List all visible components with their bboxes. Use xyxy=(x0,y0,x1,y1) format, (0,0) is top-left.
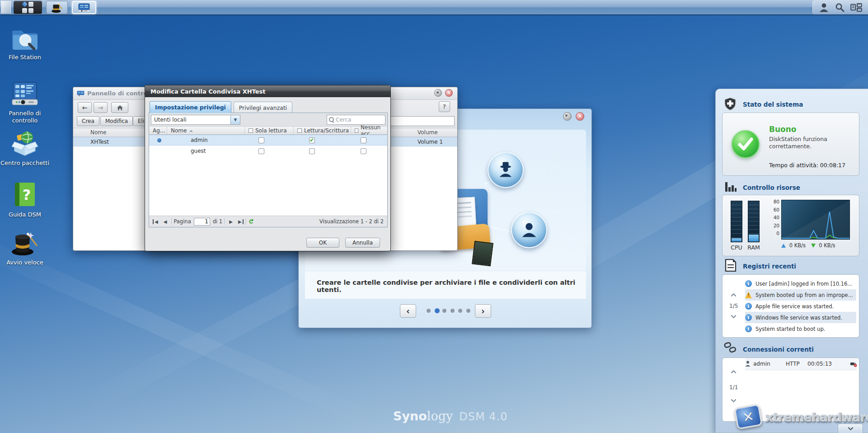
desktop-icon-label: Avvio veloce xyxy=(0,259,50,266)
info-icon: i xyxy=(745,314,752,321)
column-volume[interactable]: Volume xyxy=(418,129,438,136)
carousel-dot[interactable] xyxy=(458,309,462,313)
ram-label: RAM xyxy=(746,244,761,251)
log-entry[interactable]: i User [admin] logged in from [10.16... xyxy=(745,278,856,289)
close-button[interactable]: ✕ xyxy=(445,89,453,97)
desktop-icon-quick-start[interactable]: Avvio veloce xyxy=(0,231,50,266)
next-page-button[interactable]: ▶ xyxy=(226,219,235,224)
xtremehardware-logo-icon: ✕ xyxy=(734,404,762,430)
tab-label: Privilegi avanzati xyxy=(239,104,287,111)
minimize-button[interactable] xyxy=(563,112,572,121)
edit-button[interactable]: Modifica xyxy=(100,116,133,126)
connections-page-up-button[interactable] xyxy=(731,370,737,376)
select-all-checkbox[interactable] xyxy=(355,128,358,133)
dialog-search[interactable] xyxy=(327,115,385,125)
read-write-checkbox[interactable] xyxy=(309,148,315,154)
first-page-button[interactable]: ◀ xyxy=(153,219,161,224)
carousel-dot[interactable] xyxy=(442,309,446,313)
help-button[interactable]: ? xyxy=(439,101,450,112)
select-all-checkbox[interactable] xyxy=(297,128,302,133)
brand-version: DSM 4.0 xyxy=(459,410,507,423)
carousel-dot[interactable] xyxy=(466,309,470,313)
logs-page-up-button[interactable] xyxy=(731,293,737,299)
forward-button[interactable]: → xyxy=(94,102,108,113)
home-icon xyxy=(117,105,123,111)
read-only-checkbox[interactable] xyxy=(258,148,264,154)
cancel-button[interactable]: Annulla xyxy=(345,238,380,248)
user-name: guest xyxy=(191,148,206,154)
column-name[interactable]: Nome xyxy=(90,129,106,136)
watermark-text: xtremehardware.it xyxy=(765,410,868,424)
tab-advanced-privileges[interactable]: Privilegi avanzati xyxy=(234,102,292,113)
home-button[interactable] xyxy=(111,102,128,113)
prev-arrow-icon: ‹ xyxy=(406,306,410,316)
user-row-admin[interactable]: admin xyxy=(149,135,387,146)
column-read-only[interactable]: Sola lettura xyxy=(245,127,294,134)
uptime: Tempo di attività: 00:08:17 xyxy=(769,162,845,169)
carousel-dot[interactable] xyxy=(427,309,431,313)
download-arrow-icon xyxy=(811,244,816,248)
select-all-checkbox[interactable] xyxy=(249,128,253,133)
no-access-checkbox[interactable] xyxy=(361,148,366,154)
last-page-button[interactable]: ▶ xyxy=(235,219,244,224)
tab-privilege-setup[interactable]: Impostazione privilegi xyxy=(150,101,231,113)
refresh-icon[interactable]: ↻ xyxy=(247,218,255,225)
dsm-help-icon: ? xyxy=(13,182,37,208)
user-name: admin xyxy=(191,137,208,143)
user-row-guest[interactable]: guest xyxy=(149,146,387,156)
column-name[interactable]: Nome xyxy=(167,127,245,134)
read-only-checkbox[interactable] xyxy=(258,137,264,143)
column-no-access[interactable]: Nessun acc... xyxy=(351,127,388,134)
log-text: System booted up from an imprope... xyxy=(755,292,853,298)
user-icon xyxy=(745,361,751,367)
read-write-checkbox[interactable] xyxy=(309,137,315,143)
main-menu-icon xyxy=(22,2,33,13)
main-menu-button[interactable] xyxy=(14,1,42,14)
taskbar-control-panel-button[interactable] xyxy=(72,1,96,14)
desktop-icon-control-panel[interactable]: Pannello di controllo xyxy=(0,81,50,124)
carousel-dot[interactable] xyxy=(450,309,455,313)
connection-row[interactable]: admin HTTP 00:05:13 xyxy=(745,358,857,370)
carousel-next-button[interactable]: › xyxy=(475,304,491,318)
user-icon[interactable] xyxy=(819,2,829,12)
desktop-icon-package-center[interactable]: Centro pacchetti xyxy=(0,130,50,167)
no-access-checkbox[interactable] xyxy=(361,137,366,143)
dialog-search-input[interactable] xyxy=(335,116,380,123)
system-widget-sidebar: Stato del sistema Buono DiskStation funz… xyxy=(715,89,868,433)
user-group-orb-icon xyxy=(488,152,524,188)
user-type-select[interactable]: Utenti locali ▼ xyxy=(151,115,240,125)
ok-button[interactable]: OK xyxy=(306,238,339,248)
back-button[interactable]: ← xyxy=(78,102,92,113)
quick-start-button[interactable] xyxy=(46,1,68,14)
show-desktop-button[interactable] xyxy=(1,1,11,14)
create-button[interactable]: Crea xyxy=(77,116,99,126)
log-entry[interactable]: ! System booted up from an imprope... xyxy=(745,289,856,301)
ytick-label: 20 xyxy=(774,223,779,228)
prev-page-button[interactable]: ◀ xyxy=(161,219,170,224)
logs-page-down-button[interactable] xyxy=(731,313,737,319)
column-read-write[interactable]: Lettura/Scrittura xyxy=(294,127,351,134)
search-icon[interactable] xyxy=(835,3,845,12)
resource-monitor-panel: CPU RAM 806040200 0 KB/s 0 KB/s xyxy=(722,195,859,256)
log-entry[interactable]: i Windows file service was started. xyxy=(745,312,856,323)
bar-chart-icon xyxy=(725,181,737,192)
wizard-description-strip: Creare le cartelle condivise per archivi… xyxy=(305,271,586,299)
desktop-icon-file-station[interactable]: File Station xyxy=(0,26,50,61)
minimize-button[interactable] xyxy=(434,89,442,97)
desktop-icon-dsm-help[interactable]: ? Guida DSM xyxy=(0,182,50,218)
page-input[interactable] xyxy=(194,218,210,226)
connections-pager: 1/1 xyxy=(729,384,738,391)
log-entry[interactable]: i Apple file service was started. xyxy=(745,301,856,312)
file-station-icon xyxy=(11,26,38,51)
log-entry[interactable]: i System started to boot up. xyxy=(745,323,856,334)
carousel-prev-button[interactable]: ‹ xyxy=(400,304,416,318)
disconnect-icon[interactable] xyxy=(850,361,857,367)
close-button[interactable]: ✕ xyxy=(576,112,584,121)
dialog-titlebar[interactable]: Modifica Cartella Condivisa XHTest xyxy=(145,85,390,97)
dialog-title: Modifica Cartella Condivisa XHTest xyxy=(150,88,266,95)
upload-arrow-icon xyxy=(781,244,786,248)
carousel-dot[interactable] xyxy=(435,308,440,313)
pilot-view-icon[interactable] xyxy=(850,3,862,12)
connections-page-down-button[interactable] xyxy=(731,397,737,403)
column-agree[interactable]: Ag... xyxy=(149,127,167,134)
